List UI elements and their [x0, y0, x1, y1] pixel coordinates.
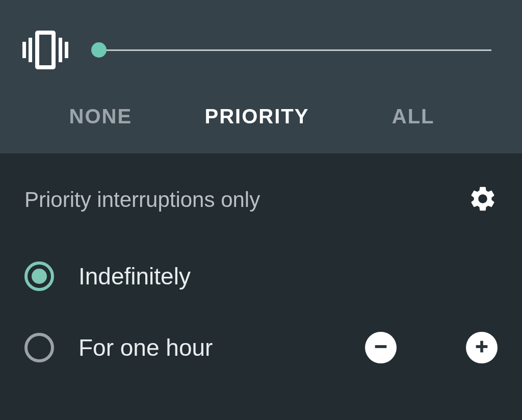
volume-panel: NONE PRIORITY ALL [0, 0, 522, 153]
volume-row [22, 31, 491, 69]
plus-icon [473, 338, 490, 357]
svg-rect-2 [29, 38, 32, 62]
tab-priority[interactable]: PRIORITY [179, 100, 335, 133]
radio-indefinitely-inner [32, 269, 47, 284]
radio-for-one-hour[interactable] [24, 333, 54, 362]
gear-icon[interactable] [468, 184, 498, 216]
interruption-tabs: NONE PRIORITY ALL [22, 100, 491, 133]
option-indefinitely[interactable]: Indefinitely [24, 261, 498, 291]
tab-all[interactable]: ALL [335, 100, 491, 133]
slider-track [96, 49, 491, 51]
volume-slider[interactable] [89, 42, 491, 58]
svg-rect-5 [39, 35, 51, 65]
section-header: Priority interruptions only [24, 184, 498, 216]
increase-duration-button[interactable] [466, 332, 498, 363]
svg-rect-1 [65, 42, 68, 58]
option-label-indefinitely: Indefinitely [79, 262, 498, 290]
slider-thumb[interactable] [91, 42, 107, 58]
option-for-one-hour[interactable]: For one hour [24, 332, 498, 363]
radio-indefinitely[interactable] [24, 261, 54, 291]
section-title: Priority interruptions only [24, 188, 260, 212]
svg-rect-0 [22, 42, 26, 58]
svg-rect-8 [480, 341, 483, 353]
svg-rect-6 [375, 345, 387, 348]
decrease-duration-button[interactable] [365, 332, 397, 363]
tab-none[interactable]: NONE [22, 100, 179, 133]
minus-icon [372, 338, 389, 357]
svg-rect-3 [59, 38, 62, 62]
option-label-for-one-hour: For one hour [79, 334, 341, 361]
vibrate-icon[interactable] [22, 31, 68, 69]
priority-settings-panel: Priority interruptions only Indefinitely… [0, 153, 522, 420]
